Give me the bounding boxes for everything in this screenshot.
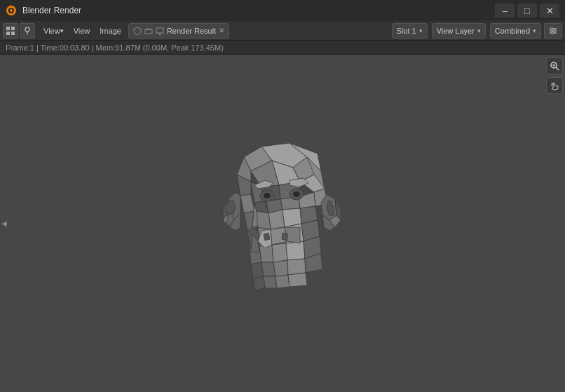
svg-marker-51 [272, 243, 287, 262]
image-menu[interactable]: Image [95, 23, 125, 39]
svg-marker-57 [287, 259, 306, 275]
right-toolbar [544, 55, 565, 392]
svg-marker-79 [282, 233, 288, 241]
zoom-icon [550, 61, 559, 71]
svg-point-2 [10, 9, 13, 12]
monitor-icon [156, 27, 164, 35]
svg-rect-10 [156, 28, 163, 33]
status-text: Frame:1 | Time:00:03.80 | Mem:91.87M (0.… [6, 43, 224, 52]
shield-icon [133, 27, 142, 35]
hand-icon [550, 81, 559, 90]
svg-marker-52 [286, 241, 305, 260]
editor-type-group [3, 23, 35, 39]
svg-marker-59 [253, 276, 265, 290]
svg-point-85 [293, 191, 300, 197]
close-render-icon[interactable]: ✕ [219, 27, 224, 34]
svg-marker-56 [273, 260, 288, 276]
close-button[interactable]: ✕ [540, 4, 559, 18]
combined-arrow-icon: ▾ [533, 27, 536, 34]
combined-label: Combined [495, 27, 530, 35]
svg-marker-61 [275, 275, 290, 288]
svg-marker-55 [261, 262, 275, 276]
combined-selector[interactable]: Combined ▾ [490, 23, 541, 39]
view-layer-label: View Layer [437, 27, 475, 35]
monkey-render: .face { fill: #888; stroke: #3a3a3a; str… [153, 90, 391, 357]
svg-point-17 [554, 29, 556, 32]
svg-point-16 [551, 27, 553, 29]
svg-marker-40 [268, 210, 285, 229]
svg-point-84 [264, 193, 271, 198]
editor-type-icon[interactable] [3, 23, 18, 39]
slot-arrow-icon: ▾ [419, 27, 423, 34]
render-result-label: Render Result [167, 27, 216, 35]
render-result-selector[interactable]: Render Result ✕ [128, 23, 229, 39]
svg-rect-7 [11, 32, 15, 35]
svg-point-8 [25, 27, 29, 32]
view-menu-1[interactable]: View [39, 23, 68, 39]
options-icon[interactable] [544, 23, 562, 39]
window-title: Blender Render [22, 6, 489, 15]
maximize-button[interactable]: □ [517, 4, 537, 18]
render-area: .face { fill: #888; stroke: #3a3a3a; str… [0, 55, 544, 392]
slot-label: Slot 1 [397, 27, 416, 35]
menu-bar: View View Image Render Result ✕ Slot 1 ▾… [0, 21, 565, 41]
minimize-button[interactable]: – [495, 4, 515, 18]
view-layer-selector[interactable]: View Layer ▾ [432, 23, 486, 39]
pin-icon[interactable] [20, 23, 35, 39]
svg-marker-78 [264, 233, 270, 241]
svg-rect-4 [6, 27, 10, 30]
blender-logo-icon [6, 5, 17, 16]
svg-point-18 [552, 32, 554, 34]
svg-rect-6 [6, 32, 10, 35]
slot-selector[interactable]: Slot 1 ▾ [392, 23, 428, 39]
title-bar: Blender Render – □ ✕ [0, 0, 565, 21]
svg-marker-37 [240, 194, 254, 213]
view-layer-arrow-icon: ▾ [477, 27, 481, 34]
viewport[interactable]: ◀ .face { fill: #888; stroke: #3a3a3a; s… [0, 55, 565, 392]
svg-line-87 [556, 67, 559, 70]
status-bar: Frame:1 | Time:00:03.80 | Mem:91.87M (0.… [0, 41, 565, 55]
view-menu-2[interactable]: View [69, 23, 95, 39]
svg-marker-60 [264, 276, 277, 288]
svg-rect-3 [11, 6, 12, 8]
svg-marker-62 [288, 273, 307, 287]
settings-icon [548, 26, 558, 36]
folder-icon [144, 27, 153, 35]
svg-rect-5 [11, 27, 15, 30]
window-controls: – □ ✕ [495, 4, 559, 18]
pan-button[interactable] [546, 77, 563, 94]
zoom-button[interactable] [546, 58, 563, 74]
